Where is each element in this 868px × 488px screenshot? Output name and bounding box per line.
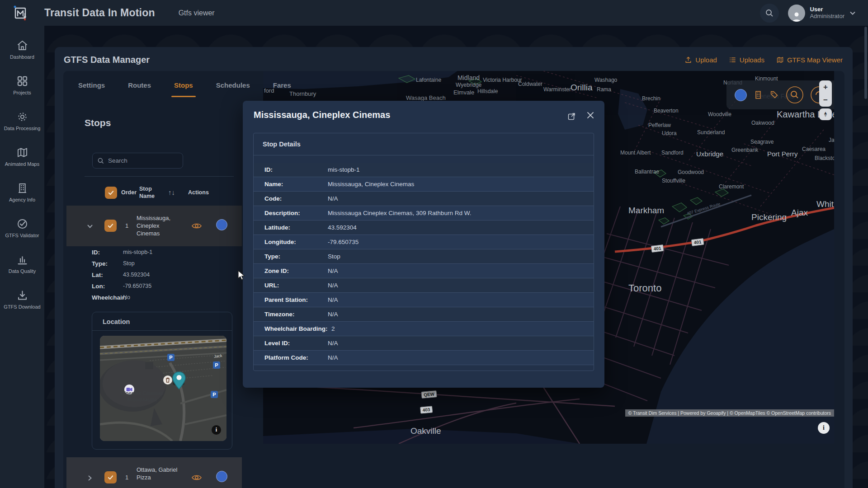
sidebar-item-agency-info[interactable]: Agency Info	[0, 182, 44, 202]
bar-chart-icon	[16, 253, 28, 266]
stop-name: Ottawa, Gabriel Pizza	[137, 466, 179, 482]
field-row: Longitude:-79.650735	[254, 235, 594, 249]
map-label: Pickering	[751, 212, 787, 222]
field-row: Wheelchair Boarding:2	[254, 322, 594, 336]
map-building-button[interactable]	[753, 90, 763, 100]
chevron-right-icon[interactable]	[86, 474, 94, 482]
divider	[92, 330, 232, 331]
page-scrollbar[interactable]	[864, 26, 867, 488]
map-label: Caesarea	[802, 146, 826, 152]
stop-color-button[interactable]	[216, 219, 227, 230]
check-circle-icon	[16, 218, 28, 230]
map-label: Elmvale	[453, 89, 474, 96]
sidebar-item-gtfs-validator[interactable]: GTFS Validator	[0, 218, 44, 238]
map-label: Claremont	[719, 183, 744, 190]
tab-stops[interactable]: Stops	[173, 72, 194, 98]
map-attribution[interactable]: © Transit Dim Services | Powered by Geoa…	[625, 409, 834, 417]
stops-title: Stops	[85, 117, 111, 128]
map-stop-marker-button[interactable]	[735, 89, 747, 101]
map-zoom-control: + − ▲ ▼	[819, 80, 832, 120]
gtfs-map-viewer-button[interactable]: GTFS Map Viewer	[776, 56, 843, 64]
stops-search-input[interactable]	[108, 157, 171, 164]
map-label: Stouffville	[662, 178, 685, 184]
map-label: Seagrave	[750, 139, 774, 145]
user-menu[interactable]: User Administrator	[788, 5, 856, 22]
divider	[85, 176, 234, 177]
tab-schedules[interactable]: Schedules	[215, 72, 251, 98]
field-row: Parent Station:N/A	[254, 293, 594, 307]
map-label: Beaverton	[654, 108, 679, 114]
row-checkbox[interactable]	[104, 220, 117, 232]
map-label: Sunderland	[697, 129, 725, 136]
field-row: Zone ID:N/A	[254, 264, 594, 278]
upload-icon	[684, 56, 692, 64]
tab-routes[interactable]: Routes	[127, 72, 152, 98]
sidebar: Dashboard Projects Data Processing Anima…	[0, 26, 44, 488]
map-label: Lafontaine	[416, 77, 441, 83]
sort-icon[interactable]: ↑↓	[168, 188, 175, 196]
sidebar-item-gtfs-download[interactable]: GTFS Download	[0, 289, 44, 310]
stop-details-fields: ID:mis-stopb-1 Name:Mississauga, Cineple…	[254, 163, 594, 365]
eye-icon[interactable]	[191, 474, 202, 482]
tab-fares[interactable]: Fares	[272, 72, 292, 98]
map-label: Woodville	[708, 111, 731, 117]
map-label: Udora	[662, 130, 677, 136]
stop-row-ottawa[interactable]: 1 Ottawa, Gabriel Pizza	[66, 457, 242, 488]
stop-color-button[interactable]	[216, 471, 227, 482]
upload-button[interactable]: Upload	[684, 56, 717, 64]
map-tag-button[interactable]	[769, 90, 779, 100]
eye-icon[interactable]	[191, 222, 202, 230]
sidebar-item-projects[interactable]: Projects	[0, 75, 44, 95]
map-label: Uxbridge	[696, 150, 723, 158]
zoom-in-button[interactable]: +	[823, 83, 828, 92]
map-label: Sandford	[661, 150, 684, 156]
sidebar-item-data-quality[interactable]: Data Quality	[0, 253, 44, 274]
select-all-checkbox[interactable]	[105, 187, 117, 199]
stop-details-modal: Mississauga, Cineplex Cinemas Stop Detai…	[243, 101, 604, 388]
map-label: Brechin	[642, 95, 660, 102]
zoom-out-button[interactable]: −	[823, 96, 828, 105]
header-search-button[interactable]	[760, 4, 779, 23]
tab-settings[interactable]: Settings	[77, 72, 106, 98]
map-label: Thornbury	[289, 90, 316, 97]
map-search-button[interactable]	[786, 86, 804, 104]
building-icon	[16, 182, 28, 194]
building-icon	[753, 90, 763, 100]
compass-down-icon: ▼	[823, 114, 828, 117]
expand-icon[interactable]	[567, 112, 576, 121]
stop-row-mississauga[interactable]: 1 Mississauga, Cineplex Cinemas	[66, 206, 242, 246]
map-label: Rama	[597, 86, 611, 93]
check-icon	[107, 222, 114, 229]
map-info-button[interactable]: i	[818, 422, 830, 434]
stop-details-card: Stop Details ID:mis-stopb-1 Name:Mississ…	[253, 133, 594, 371]
row-checkbox[interactable]	[104, 471, 117, 483]
gear-icon	[16, 111, 28, 123]
stops-searchbox	[92, 153, 183, 169]
column-order: Order	[121, 189, 137, 196]
chevron-down-icon[interactable]	[86, 223, 94, 230]
map-label: Whitby	[816, 199, 834, 209]
sidebar-item-data-processing[interactable]: Data Processing	[0, 111, 44, 131]
location-minimap[interactable]: P P P Cineplex CinemasMississauga Jac	[100, 336, 226, 441]
uploads-button[interactable]: Uploads	[729, 56, 764, 64]
map-icon	[776, 56, 784, 64]
map-label: Greenbank	[731, 147, 758, 153]
app-subtitle: Gtfs viewer	[179, 9, 215, 17]
close-icon[interactable]	[586, 111, 594, 119]
sidebar-item-dashboard[interactable]: Dashboard	[0, 39, 44, 60]
field-row: Timezone:N/A	[254, 307, 594, 322]
sidebar-item-animated-maps[interactable]: Animated Maps	[0, 146, 44, 167]
field-row: Code:N/A	[254, 192, 594, 206]
parking-icon: P	[213, 361, 220, 369]
map-compass-control[interactable]: ▲ ▼	[819, 108, 832, 120]
map-label: Markham	[628, 206, 664, 216]
stop-details-heading: Stop Details	[263, 141, 301, 148]
map-label: Pefferlaw	[648, 122, 671, 128]
minimap-info-button[interactable]: i	[212, 425, 221, 435]
app-title: Transit Data In Motion	[44, 7, 155, 19]
user-avatar	[788, 5, 805, 22]
stop-pin-icon	[171, 371, 187, 391]
user-name: User	[810, 6, 844, 13]
map-label: Ajax	[791, 208, 808, 218]
chevron-down-icon	[849, 9, 856, 17]
